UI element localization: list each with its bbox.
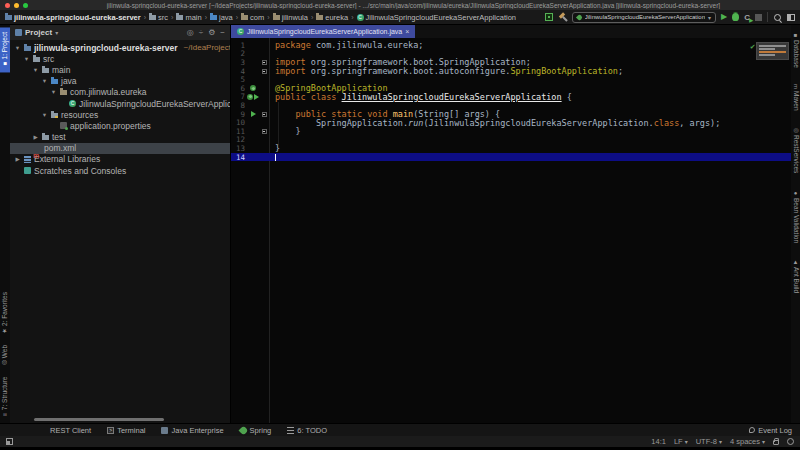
chevron-down-icon[interactable]: ▾ [55, 29, 58, 36]
tool-window-button-rest-client[interactable]: REST Client [50, 426, 91, 435]
left-stripe-top: ■1: Project [0, 27, 10, 72]
tree-expand-arrow[interactable]: ▼ [41, 112, 48, 118]
stripe-icon: ■ [792, 32, 800, 38]
tool-window-button-terminal[interactable]: Terminal [107, 426, 145, 435]
class-icon [69, 100, 76, 107]
fold-marker-icon[interactable] [262, 129, 267, 134]
tree-label: com.jilinwula.eureka [70, 87, 147, 97]
tool-window-button-label: Java Enterprise [171, 426, 223, 435]
tool-stripe-bean-validation[interactable]: ●Bean Validation [791, 185, 800, 248]
code-line-7[interactable]: 7public class JilinwulaSpringcloudEureka… [231, 93, 791, 102]
code-line-12[interactable]: 12 [231, 136, 791, 145]
toggle-tool-windows-icon[interactable] [6, 438, 13, 445]
close-icon[interactable]: × [405, 28, 409, 35]
breadcrumb-item-com[interactable]: com [241, 13, 264, 22]
tree-item-jilinwulaspringcloudeurekaserverapplication[interactable]: JilinwulaSpringcloudEurekaServerApplicat… [10, 98, 230, 109]
fold-column [259, 112, 269, 117]
green-square-icon[interactable] [545, 13, 553, 21]
tree-item-test[interactable]: ▶test [10, 132, 230, 143]
run-gutter-icon[interactable] [254, 94, 259, 100]
fold-marker-icon[interactable] [262, 60, 267, 65]
inspector-profile-icon[interactable] [787, 438, 794, 445]
tool-stripe-1-project[interactable]: ■1: Project [0, 27, 10, 72]
tree-item-pom-xml[interactable]: pom.xml [10, 143, 230, 154]
run-with-coverage-button[interactable]: C [744, 13, 750, 22]
tree-expand-arrow[interactable]: ▶ [32, 134, 39, 140]
tree-item-main[interactable]: ▼main [10, 64, 230, 75]
class-icon [357, 14, 364, 21]
breadcrumb-item-java[interactable]: java [210, 13, 233, 22]
code-line-10[interactable]: 10 SpringApplication.run(JilinwulaSpring… [231, 118, 791, 127]
event-log-button[interactable]: Event Log [749, 426, 792, 435]
breadcrumb-label: java [219, 13, 233, 22]
editor-tab[interactable]: JilinwulaSpringcloudEurekaServerApplicat… [231, 25, 415, 38]
tool-stripe-database[interactable]: ■Database [791, 27, 800, 73]
tool-stripe-ant-build[interactable]: ▲Ant Build [791, 254, 800, 298]
run-configuration-select[interactable]: JilinwulaSpringcloudEurekaServerApplicat… [572, 12, 716, 23]
tool-stripe-2-favorites[interactable]: ★2: Favorites [0, 287, 10, 340]
tool-window-button-java-enterprise[interactable]: Java Enterprise [161, 426, 223, 435]
tree-item-application-properties[interactable]: application.properties [10, 120, 230, 131]
breadcrumb-item-eureka[interactable]: eureka [316, 13, 348, 22]
breadcrumb-item-jilinwulaspringcloudeurekaserverapplication[interactable]: JilinwulaSpringcloudEurekaServerApplicat… [357, 13, 517, 22]
tool-window-button-6-todo[interactable]: 6: TODO [287, 426, 327, 435]
tree-label: External Libraries [34, 154, 100, 164]
tool-window-button-label: 6: TODO [297, 426, 327, 435]
code-line-11[interactable]: 11 } [231, 127, 791, 136]
tree-item-scratches-and-consoles[interactable]: Scratches and Consoles [10, 165, 230, 176]
breadcrumb-item-main[interactable]: main [176, 13, 201, 22]
chevron-down-icon: ▾ [685, 438, 688, 445]
tool-window-button-spring[interactable]: Spring [240, 426, 272, 435]
project-panel-icon [15, 29, 22, 36]
folder-icon [42, 68, 49, 73]
code-line-14[interactable]: 14 [231, 153, 791, 162]
status-utf-8[interactable]: UTF-8▾ [696, 437, 722, 446]
search-everywhere-icon[interactable] [773, 13, 782, 22]
code-line-4[interactable]: 4import org.springframework.boot.autocon… [231, 67, 791, 76]
breadcrumb-item-jilinwula[interactable]: jilinwula [273, 13, 308, 22]
status-lf[interactable]: LF▾ [674, 437, 688, 446]
gear-icon[interactable]: ⚙ [208, 28, 215, 37]
unlock-icon[interactable] [773, 440, 779, 445]
code-area[interactable]: ✔ 1package com.jilinwula.eureka;23import… [231, 38, 791, 423]
collapse-all-icon[interactable]: ÷ [199, 28, 203, 37]
status-4-spaces[interactable]: 4 spaces▾ [730, 437, 765, 446]
tree-expand-arrow[interactable]: ▼ [50, 89, 57, 95]
tree-item-jilinwula-springcloud-eureka-server[interactable]: ▼jilinwula-springcloud-eureka-server~/Id… [10, 42, 230, 53]
window-close-button[interactable] [5, 3, 10, 8]
debug-button[interactable] [732, 13, 739, 21]
tool-window-button-label: Terminal [117, 426, 145, 435]
fold-marker-icon[interactable] [262, 69, 267, 74]
tool-stripe-7-structure[interactable]: ≡7: Structure [0, 372, 10, 421]
code-line-1[interactable]: 1package com.jilinwula.eureka; [231, 41, 791, 50]
locate-file-icon[interactable]: ◎ [187, 28, 194, 37]
hide-panel-icon[interactable]: − [220, 28, 225, 37]
build-hammer-icon[interactable] [558, 13, 567, 22]
tool-stripe-web[interactable]: ◎Web [0, 340, 10, 372]
tool-stripe-restservices[interactable]: ◎RestServices [791, 121, 800, 178]
tree-expand-arrow[interactable]: ▼ [14, 45, 21, 51]
run-gutter-icon[interactable] [251, 111, 256, 117]
window-maximize-button[interactable] [23, 3, 28, 8]
chevron-down-icon: ▾ [719, 438, 722, 445]
horizontal-scrollbar[interactable] [34, 418, 164, 421]
window-title: jilinwula-springcloud-eureka-server [~/I… [32, 2, 795, 9]
fold-marker-icon[interactable] [262, 112, 267, 117]
tree-expand-arrow[interactable]: ▶ [14, 156, 21, 162]
layout-icon[interactable] [787, 14, 795, 21]
tree-item-com-jilinwula-eureka[interactable]: ▼com.jilinwula.eureka [10, 87, 230, 98]
tree-item-src[interactable]: ▼src [10, 53, 230, 64]
breadcrumb-item-jilinwula-springcloud-eureka-server[interactable]: jilinwula-springcloud-eureka-server [5, 13, 141, 22]
tree-expand-arrow[interactable]: ▼ [32, 67, 39, 73]
folder-src-icon [210, 15, 217, 20]
tree-item-external-libraries[interactable]: ▶External Libraries [10, 154, 230, 165]
run-button[interactable]: ▶ [721, 13, 727, 21]
tool-stripe-maven[interactable]: mMaven [791, 79, 800, 116]
tree-expand-arrow[interactable]: ▼ [41, 78, 48, 84]
tree-expand-arrow[interactable]: ▼ [23, 56, 30, 62]
tree-item-java[interactable]: ▼java [10, 76, 230, 87]
breadcrumb-item-src[interactable]: src [149, 13, 168, 22]
tree-item-resources[interactable]: ▼resources [10, 109, 230, 120]
window-minimize-button[interactable] [14, 3, 19, 8]
code-line-13[interactable]: 13} [231, 144, 791, 153]
